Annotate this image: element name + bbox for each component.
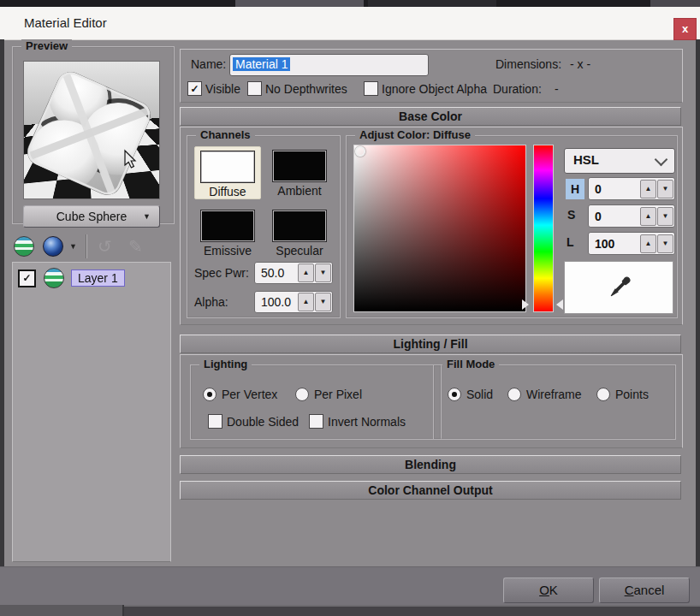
s-up-button[interactable]: ▲ <box>640 207 656 226</box>
s-down-button[interactable]: ▼ <box>657 207 673 226</box>
wireframe-radio[interactable] <box>507 388 521 401</box>
diffuse-channel-button[interactable]: Diffuse <box>194 146 261 199</box>
hue-marker-left-icon[interactable] <box>522 299 529 310</box>
alpha-down-button[interactable]: ▼ <box>315 293 331 311</box>
color-space-dropdown[interactable]: HSL <box>564 148 675 174</box>
h-up-button[interactable]: ▲ <box>640 180 656 198</box>
l-down-button[interactable]: ▼ <box>657 234 673 253</box>
current-color-swatch[interactable] <box>564 261 673 314</box>
color-space-value: HSL <box>573 152 599 167</box>
move-layer-icon[interactable]: ↺ <box>98 236 112 257</box>
hue-marker-right-icon[interactable] <box>556 299 563 310</box>
l-up-button[interactable]: ▲ <box>640 234 656 253</box>
spinner-up-icon: ▲ <box>645 212 652 220</box>
taskbar-segment <box>0 605 124 616</box>
saturation-lightness-picker[interactable] <box>353 145 526 312</box>
material-header-panel: Name: Material 1 Dimensions: - x - ✓ Vis… <box>180 49 683 103</box>
h-spinner[interactable]: 0 ▲ ▼ <box>588 177 675 200</box>
title-bar[interactable]: Material Editor x <box>0 7 700 40</box>
background-strip-segment <box>235 0 364 7</box>
h-label: H <box>566 179 584 199</box>
layer-list[interactable]: ✓ Layer 1 <box>12 262 171 562</box>
preview-shape-label: Cube Sphere <box>56 210 128 223</box>
specular-color-swatch <box>272 210 327 242</box>
name-input[interactable]: Material 1 <box>229 54 429 76</box>
cancel-button-label: C <box>625 583 634 597</box>
preview-shape-dropdown[interactable]: Cube Sphere ▼ <box>23 205 160 228</box>
l-spinner[interactable]: 100 ▲ ▼ <box>588 232 675 255</box>
add-effect-layer-button[interactable] <box>43 236 63 257</box>
adjust-color-group-label: Adjust Color: Diffuse <box>355 128 475 141</box>
points-radio[interactable] <box>596 388 610 401</box>
layer-list-item[interactable]: ✓ Layer 1 <box>18 268 125 288</box>
solid-label: Solid <box>466 388 493 401</box>
diffuse-label: Diffuse <box>209 185 246 198</box>
wireframe-label: Wireframe <box>526 388 582 401</box>
hue-slider[interactable] <box>533 145 554 312</box>
spec-pwr-down-button[interactable]: ▼ <box>315 264 331 282</box>
lighting-groupbox: Lighting Per Vertex Per Pixel Double Sid… <box>190 364 442 440</box>
s-spinner[interactable]: 0 ▲ ▼ <box>588 204 675 228</box>
duration-label: Duration: <box>493 82 542 96</box>
emissive-label: Emissive <box>204 244 252 258</box>
close-button[interactable]: x <box>673 18 697 40</box>
diffuse-color-swatch <box>200 151 255 183</box>
ok-button-label-rest: K <box>549 583 558 597</box>
ignore-object-alpha-checkbox[interactable] <box>364 81 378 96</box>
invert-normals-checkbox[interactable] <box>309 414 323 429</box>
background-strip-segment <box>368 0 496 7</box>
section-header-lighting-fill[interactable]: Lighting / Fill <box>180 335 681 353</box>
spinner-up-icon: ▲ <box>645 240 652 247</box>
alpha-up-button[interactable]: ▲ <box>298 293 314 311</box>
section-header-base-color[interactable]: Base Color <box>180 107 681 126</box>
name-label: Name: <box>191 57 226 71</box>
emissive-channel-button[interactable]: Emissive <box>194 206 261 259</box>
dropdown-arrow-icon: ▼ <box>143 206 151 227</box>
spinner-down-icon: ▼ <box>320 269 327 276</box>
layer-type-dropdown-arrow-icon[interactable]: ▼ <box>69 242 77 251</box>
s-label: S <box>567 208 575 222</box>
taskbar-highlight <box>124 605 700 607</box>
add-material-layer-button[interactable] <box>14 236 34 257</box>
material-editor-window: Material Editor x Preview <box>0 0 700 616</box>
double-sided-checkbox[interactable] <box>208 414 222 429</box>
section-header-color-channel-output[interactable]: Color Channel Output <box>180 481 681 500</box>
no-depthwrites-checkbox[interactable] <box>247 81 262 96</box>
close-icon: x <box>682 22 688 35</box>
visible-checkbox[interactable]: ✓ <box>187 81 202 96</box>
visible-label: Visible <box>205 82 240 96</box>
spec-pwr-value: 50.0 <box>256 266 297 280</box>
spec-pwr-spinner[interactable]: 50.0 ▲ ▼ <box>254 262 333 284</box>
h-down-button[interactable]: ▼ <box>657 180 673 198</box>
ambient-channel-button[interactable]: Ambient <box>266 146 333 199</box>
l-value: 100 <box>590 237 639 251</box>
double-sided-label: Double Sided <box>227 415 299 429</box>
color-picker-marker[interactable] <box>355 146 365 157</box>
ok-button[interactable]: OK <box>503 578 594 603</box>
duration-value: - <box>555 82 559 96</box>
emissive-color-swatch <box>200 210 255 242</box>
per-vertex-radio[interactable] <box>203 388 217 401</box>
name-input-selected-text: Material 1 <box>233 57 290 71</box>
alpha-value: 100.0 <box>256 295 297 309</box>
layer-visibility-checkbox[interactable]: ✓ <box>18 270 36 287</box>
layer-name-label[interactable]: Layer 1 <box>71 270 125 287</box>
spec-pwr-up-button[interactable]: ▲ <box>298 264 314 282</box>
cancel-button-label-rest: ancel <box>633 583 664 597</box>
spinner-up-icon: ▲ <box>303 298 310 305</box>
alpha-spinner[interactable]: 100.0 ▲ ▼ <box>254 291 333 313</box>
spinner-down-icon: ▼ <box>662 212 669 220</box>
material-preview-image <box>23 61 160 199</box>
spinner-down-icon: ▼ <box>662 185 669 192</box>
layer-sphere-icon <box>44 268 64 288</box>
check-icon: ✓ <box>190 83 199 95</box>
preview-group-label: Preview <box>21 39 72 52</box>
specular-channel-button[interactable]: Specular <box>266 206 333 259</box>
per-pixel-radio[interactable] <box>295 388 309 401</box>
dimensions-label: Dimensions: <box>495 57 561 71</box>
solid-radio[interactable] <box>448 388 461 401</box>
cancel-button[interactable]: Cancel <box>599 578 690 603</box>
edit-layer-icon[interactable]: ✎ <box>128 236 143 257</box>
section-header-blending[interactable]: Blending <box>180 455 681 474</box>
invert-normals-label: Invert Normals <box>328 415 406 429</box>
